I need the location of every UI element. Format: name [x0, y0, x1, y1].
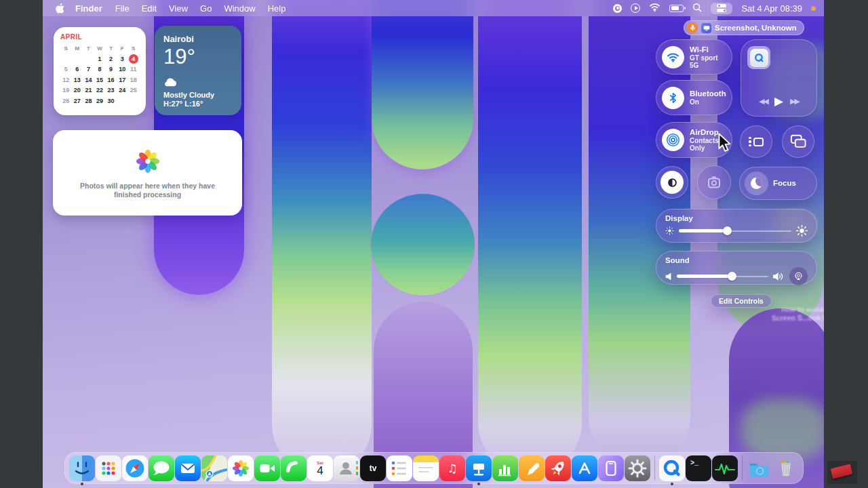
wifi-toggle[interactable]: Wi-Fi GT sport 5G	[656, 39, 732, 75]
dock-numbers-icon[interactable]	[492, 455, 518, 481]
calendar-day-header: F	[117, 43, 128, 54]
cloud-icon	[163, 77, 233, 89]
dock-reminders-icon[interactable]	[387, 455, 412, 481]
dock-maps-icon[interactable]	[201, 455, 227, 481]
screen-mirroring-button[interactable]	[782, 125, 814, 158]
display-label: Display	[665, 214, 808, 222]
calendar-grid: SMTWTFS123456789101112131415161718192021…	[60, 43, 139, 106]
menu-view[interactable]: View	[163, 3, 194, 14]
calendar-day-header: S	[60, 43, 72, 54]
quicktime-app-chip	[747, 46, 770, 69]
weather-widget[interactable]: Nairobi 19° Mostly Cloudy H:27° L:16°	[155, 26, 241, 115]
weather-city: Nairobi	[163, 34, 233, 44]
dock-music-icon[interactable]: ♫	[439, 455, 465, 481]
sound-volume-slider[interactable]	[677, 272, 768, 281]
accessibility-button[interactable]	[656, 166, 688, 199]
dock-keynote-icon[interactable]	[466, 455, 492, 481]
calendar-day: 26	[60, 96, 72, 107]
bluetooth-toggle[interactable]: Bluetooth On	[656, 80, 732, 115]
calendar-widget[interactable]: APRIL SMTWTFS123456789101112131415161718…	[54, 27, 146, 115]
dock-rocket-icon[interactable]	[545, 455, 571, 481]
menu-bar-left: Finder FileEditViewGoWindowHelp	[43, 3, 292, 14]
calendar-day: 19	[60, 85, 72, 96]
focus-title: Focus	[773, 179, 796, 188]
stop-recording-icon[interactable]	[613, 4, 622, 13]
dock-facetime-icon[interactable]	[254, 455, 280, 481]
wallpaper-capsule	[272, 0, 372, 474]
rewind-button[interactable]: ◀◀	[759, 97, 768, 106]
accessibility-icon	[660, 171, 684, 194]
dock-settings-icon[interactable]	[625, 455, 650, 481]
dock-launchpad-icon[interactable]	[96, 455, 121, 481]
calendar-day: 10	[117, 64, 128, 75]
photos-widget[interactable]: Photos will appear here when they have f…	[53, 130, 242, 216]
menu-file[interactable]: File	[109, 3, 136, 14]
dock-terminal-icon[interactable]: >_	[686, 455, 711, 481]
calendar-day: 7	[83, 64, 94, 75]
active-app-menu[interactable]: Finder	[68, 3, 109, 14]
airplay-audio-button[interactable]	[789, 267, 808, 285]
calendar-day: 6	[72, 64, 83, 75]
menu-help[interactable]: Help	[262, 3, 292, 14]
bluetooth-status: On	[690, 98, 726, 106]
recording-indicator-dot[interactable]	[811, 6, 816, 11]
apple-menu-icon[interactable]	[51, 3, 68, 14]
menu-window[interactable]: Window	[218, 3, 261, 14]
dock-contacts-icon[interactable]	[334, 455, 359, 481]
fast-forward-button[interactable]: ▶▶	[790, 97, 799, 106]
screen-capture-button[interactable]	[697, 165, 731, 199]
dock-mail-icon[interactable]	[175, 455, 201, 481]
stage-manager-icon	[749, 137, 763, 147]
play-button[interactable]: ▶	[774, 94, 783, 108]
dock-tv-icon[interactable]: tv	[360, 455, 386, 481]
dock-activity-monitor-icon[interactable]	[712, 455, 738, 481]
menu-go[interactable]: Go	[194, 3, 218, 14]
calendar-day: 11	[127, 64, 139, 75]
screen-share-icon	[701, 23, 711, 33]
music-player-card[interactable]: ◀◀ ▶ ▶▶	[741, 39, 817, 117]
macos-desktop: How To enable Screen S...ook Neo Finder …	[43, 0, 824, 488]
calendar-day: 23	[105, 85, 117, 96]
dock: Sat4tv♫>_	[64, 452, 804, 484]
calendar-day: 25	[127, 85, 139, 96]
wifi-status-icon[interactable]	[649, 3, 660, 14]
dock-downloads-icon[interactable]	[747, 455, 772, 481]
dock-messages-icon[interactable]	[149, 455, 174, 481]
dock-finder-icon[interactable]	[69, 455, 95, 481]
dock-iphone-mirroring-icon[interactable]	[598, 455, 624, 481]
dock-safari-icon[interactable]	[122, 455, 148, 481]
dock-phone-icon[interactable]	[281, 455, 307, 481]
dock-calendar-icon[interactable]: Sat4	[307, 455, 333, 481]
dock-appstore-icon[interactable]	[572, 455, 597, 481]
calendar-day: 15	[94, 75, 106, 86]
stage-manager-button[interactable]	[740, 125, 772, 158]
spotlight-search-icon[interactable]	[692, 3, 702, 14]
weather-temperature: 19°	[163, 45, 233, 69]
dock-photos-icon[interactable]	[228, 455, 254, 481]
calendar-month-label: APRIL	[60, 33, 139, 41]
display-brightness-slider[interactable]	[679, 226, 791, 236]
wallpaper-capsule	[372, 0, 473, 169]
dock-pages-icon[interactable]	[519, 455, 545, 481]
playback-status-icon[interactable]	[631, 3, 640, 13]
menu-bar-status: Sat 4 Apr 08:39	[613, 3, 824, 14]
dock-trash-icon[interactable]	[773, 455, 799, 481]
calendar-day: 18	[127, 75, 139, 86]
calendar-day: 14	[83, 75, 94, 86]
screen-capture-icon	[706, 175, 722, 190]
battery-icon[interactable]	[669, 5, 684, 12]
calendar-day: 28	[83, 96, 94, 107]
calendar-day-header: W	[94, 43, 106, 54]
menu-edit[interactable]: Edit	[136, 3, 163, 14]
screen-recording-notification[interactable]: Screenshot, Unknown	[684, 20, 804, 35]
dock-quicktime-icon[interactable]	[659, 455, 685, 481]
calendar-day: 2	[105, 54, 117, 65]
calendar-day: 24	[117, 85, 128, 96]
control-center-icon[interactable]	[711, 3, 732, 14]
edit-controls-button[interactable]: Edit Controls	[711, 294, 772, 308]
calendar-day: 27	[72, 96, 83, 107]
dock-notes-icon[interactable]	[413, 455, 439, 481]
focus-toggle[interactable]: Focus	[739, 167, 817, 200]
menu-bar-clock[interactable]: Sat 4 Apr 08:39	[741, 3, 802, 14]
wifi-title: Wi-Fi	[690, 45, 726, 54]
